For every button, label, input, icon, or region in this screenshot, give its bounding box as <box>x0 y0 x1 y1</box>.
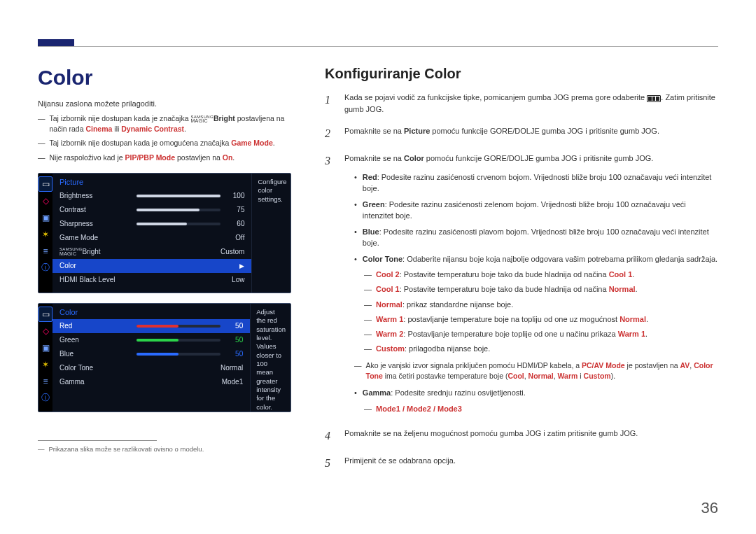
osd-picture: ▭ ◇ ▣ ✶ ≡ ⓘ Picture Brightness100Contras… <box>38 173 291 293</box>
notes-list: ― Taj izbornik nije dostupan kada je zna… <box>38 113 300 163</box>
osd-row: Color▶ <box>52 259 251 273</box>
monitor-icon: ▭ <box>38 176 52 192</box>
osd-row: Brightness100 <box>52 189 251 203</box>
osd-row: HDMI Black LevelLow <box>52 273 251 287</box>
settings-icon: ✶ <box>38 357 52 372</box>
left-column: Color Nijansu zaslona možete prilagoditi… <box>38 66 300 482</box>
options-icon: ≡ <box>38 374 52 389</box>
picture-icon: ◇ <box>38 193 52 209</box>
step-5: 5 Primijenit će se odabrana opcija. <box>325 455 718 472</box>
sub-item: ―Normal: prikaz standardne nijanse boje. <box>364 299 718 311</box>
footnote: ―Prikazana slika može se razlikovati ovi… <box>38 445 300 453</box>
top-tab <box>38 39 74 46</box>
info-icon: ⓘ <box>38 260 52 276</box>
page-root: Color Nijansu zaslona možete prilagoditi… <box>0 0 756 534</box>
page-number: 36 <box>701 499 718 517</box>
top-rule <box>38 46 718 47</box>
config-title: Konfiguriranje Color <box>325 66 718 82</box>
osd-row: SAMSUNGMAGICBrightCustom <box>52 245 251 259</box>
sub-item: ―Warm 1: postavljanje temperature boje n… <box>364 314 718 325</box>
picture-icon: ◇ <box>38 323 52 339</box>
osd-help-text: Configure color settings. <box>251 174 292 293</box>
osd-row: Blue50 <box>52 347 250 361</box>
step-1: 1 Kada se pojavi vodič za funkcijske tip… <box>325 92 718 115</box>
step-2: 2 Pomaknite se na Picture pomoću funkcij… <box>325 125 718 143</box>
osd-row: Red50 <box>52 319 250 333</box>
intro-text: Nijansu zaslona možete prilagoditi. <box>38 99 300 108</box>
osd-color: ▭ ◇ ▣ ✶ ≡ ⓘ Color Red50Green50Blue50Colo… <box>38 303 291 412</box>
sub-item: ―Cool 1: Postavite temperaturu boje tako… <box>364 283 718 295</box>
osd-row: GammaMode1 <box>52 375 250 389</box>
options-icon: ≡ <box>38 244 52 259</box>
info-icon: ⓘ <box>38 391 52 406</box>
osd-row: Contrast75 <box>52 203 251 217</box>
pip-icon: ▣ <box>38 210 52 225</box>
footnote-rule <box>38 440 157 441</box>
osd-help-text: Adjust the red saturation level. Values … <box>250 304 291 412</box>
bullet-item: •Green: Podesite razinu zasićenosti zele… <box>344 199 718 222</box>
osd-title: Picture <box>52 178 251 189</box>
bullet-item: •Color Tone: Odaberite nijansu boje koja… <box>344 253 718 265</box>
osd-row: Sharpness60 <box>52 217 251 231</box>
section-title: Color <box>38 66 300 90</box>
step-3: 3 Pomaknite se na Color pomoću funkcije … <box>325 153 718 418</box>
bullet-item: •Blue: Podesite razinu zasićenosti plavo… <box>344 226 718 249</box>
osd-title: Color <box>52 308 250 319</box>
jog-menu-icon <box>647 95 661 102</box>
monitor-icon: ▭ <box>38 307 52 322</box>
sub-item: ―Custom: prilagodba nijanse boje. <box>364 343 718 355</box>
osd-row: Green50 <box>52 333 250 347</box>
right-column: Konfiguriranje Color 1 Kada se pojavi vo… <box>325 66 718 482</box>
settings-icon: ✶ <box>38 227 52 242</box>
osd-row: Game ModeOff <box>52 231 251 245</box>
pip-icon: ▣ <box>38 340 52 356</box>
bullet-item: •Red: Podesite razinu zasićenosti crveno… <box>344 171 718 195</box>
sub-item: ―Warm 2: Postavljanje temperature boje t… <box>364 328 718 340</box>
sub-item: ―Cool 2: Postavite temperaturu boje tako… <box>364 269 718 281</box>
osd-row: Color ToneNormal <box>52 361 250 375</box>
step-4: 4 Pomaknite se na željenu mogućnost pomo… <box>325 428 718 445</box>
